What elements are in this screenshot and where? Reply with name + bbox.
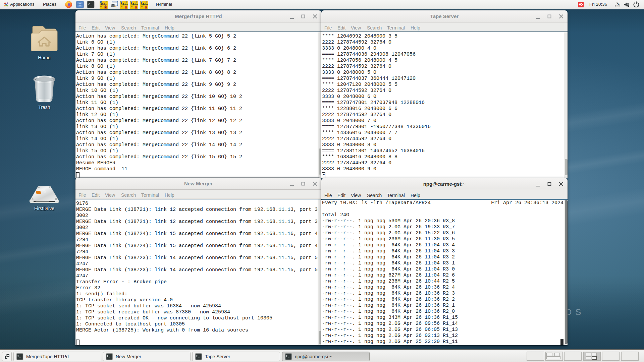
svg-text:?: ? bbox=[616, 2, 619, 7]
